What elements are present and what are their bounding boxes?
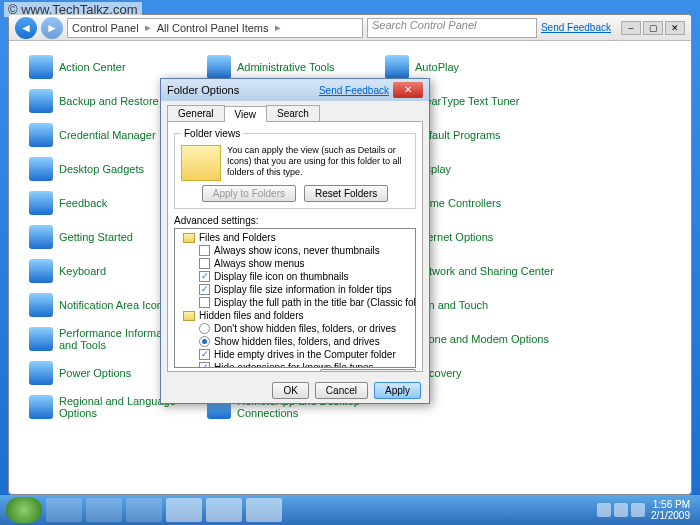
tree-item-label: Always show icons, never thumbnails (214, 245, 380, 256)
tab-bar: GeneralViewSearch (161, 101, 429, 121)
restore-defaults-button[interactable]: Restore Defaults (320, 369, 416, 372)
checkbox[interactable]: ✓ (199, 284, 210, 295)
cp-item-icon (207, 55, 231, 79)
checkbox[interactable]: ✓ (199, 271, 210, 282)
cp-item-icon (29, 327, 53, 351)
cp-item-icon (29, 259, 53, 283)
toolbar: ◄ ► Control Panel ▸ All Control Panel It… (9, 15, 691, 41)
cp-item-label: ClearType Text Tuner (415, 95, 519, 107)
clock-time: 1:56 PM (651, 499, 690, 510)
cp-item-icon (385, 55, 409, 79)
cp-item-label: AutoPlay (415, 61, 459, 73)
tree-item[interactable]: Always show icons, never thumbnails (177, 244, 413, 257)
maximize-button[interactable]: ▢ (643, 21, 663, 35)
cp-item-label: Keyboard (59, 265, 106, 277)
taskbar-item[interactable] (206, 498, 242, 522)
tree-item-label: Display the full path in the title bar (… (214, 297, 416, 308)
folder-icon (183, 233, 195, 243)
advanced-settings-tree[interactable]: Files and FoldersAlways show icons, neve… (174, 228, 416, 368)
dialog-footer: OK Cancel Apply (161, 378, 429, 403)
cancel-button[interactable]: Cancel (315, 382, 368, 399)
radio[interactable] (199, 336, 210, 347)
close-button[interactable]: ✕ (393, 82, 423, 98)
advanced-settings-label: Advanced settings: (174, 215, 416, 226)
breadcrumb-item[interactable]: Control Panel (72, 22, 139, 34)
group-legend: Folder views (181, 128, 243, 139)
apply-button[interactable]: Apply (374, 382, 421, 399)
cp-item-icon (29, 191, 53, 215)
taskbar-ie-icon[interactable] (46, 498, 82, 522)
tree-item-label: Show hidden files, folders, and drives (214, 336, 380, 347)
taskbar-item[interactable] (166, 498, 202, 522)
tree-item-label: Hide empty drives in the Computer folder (214, 349, 396, 360)
cp-item-label: Action Center (59, 61, 126, 73)
cp-item-label: Administrative Tools (237, 61, 335, 73)
tree-item[interactable]: Show hidden files, folders, and drives (177, 335, 413, 348)
tab-view[interactable]: View (224, 106, 268, 122)
tree-item-label: Hide extensions for known file types (214, 362, 374, 368)
checkbox[interactable] (199, 297, 210, 308)
tree-item-label: Don't show hidden files, folders, or dri… (214, 323, 396, 334)
cp-item-label: Phone and Modem Options (415, 333, 549, 345)
checkbox[interactable]: ✓ (199, 362, 210, 368)
taskbar-item[interactable] (246, 498, 282, 522)
tray-icon[interactable] (597, 503, 611, 517)
cp-item-icon (29, 293, 53, 317)
cp-item-label: Notification Area Icons (59, 299, 168, 311)
tree-item[interactable]: ✓Display file size information in folder… (177, 283, 413, 296)
checkbox[interactable]: ✓ (199, 349, 210, 360)
cp-item-label: Desktop Gadgets (59, 163, 144, 175)
cp-item-icon (29, 395, 53, 419)
ok-button[interactable]: OK (272, 382, 308, 399)
folder-icon (183, 311, 195, 321)
folder-options-dialog: Folder Options Send Feedback ✕ GeneralVi… (160, 78, 430, 404)
minimize-button[interactable]: – (621, 21, 641, 35)
send-feedback-link[interactable]: Send Feedback (319, 85, 389, 96)
cp-item-icon (29, 225, 53, 249)
tree-item[interactable]: Always show menus (177, 257, 413, 270)
checkbox[interactable] (199, 258, 210, 269)
tree-item[interactable]: Hidden files and folders (177, 309, 413, 322)
tree-item[interactable]: ✓Display file icon on thumbnails (177, 270, 413, 283)
close-button[interactable]: ✕ (665, 21, 685, 35)
tab-search[interactable]: Search (266, 105, 320, 121)
tree-item-label: Hidden files and folders (199, 310, 304, 321)
send-feedback-link[interactable]: Send Feedback (541, 22, 611, 33)
cp-item-label: Backup and Restore (59, 95, 159, 107)
tree-item[interactable]: Display the full path in the title bar (… (177, 296, 413, 309)
tree-item[interactable]: ✓Hide empty drives in the Computer folde… (177, 348, 413, 361)
reset-folders-button[interactable]: Reset Folders (304, 185, 388, 202)
tray-icon[interactable] (631, 503, 645, 517)
breadcrumb-item[interactable]: All Control Panel Items (157, 22, 269, 34)
folder-views-text: You can apply the view (such as Details … (227, 145, 409, 181)
tree-item[interactable]: Files and Folders (177, 231, 413, 244)
search-input[interactable]: Search Control Panel (367, 18, 537, 38)
back-button[interactable]: ◄ (15, 17, 37, 39)
taskbar-media-icon[interactable] (126, 498, 162, 522)
tree-item-label: Display file icon on thumbnails (214, 271, 349, 282)
tree-item[interactable]: ✓Hide extensions for known file types (177, 361, 413, 368)
chevron-right-icon: ▸ (145, 21, 151, 34)
chevron-right-icon: ▸ (275, 21, 281, 34)
cp-item-icon (29, 55, 53, 79)
cp-item-label: Credential Manager (59, 129, 156, 141)
tab-general[interactable]: General (167, 105, 225, 121)
start-button[interactable] (6, 497, 42, 523)
checkbox[interactable] (199, 245, 210, 256)
clock-date: 2/1/2009 (651, 510, 690, 521)
tree-item-label: Display file size information in folder … (214, 284, 392, 295)
radio[interactable] (199, 323, 210, 334)
cp-item-label: Network and Sharing Center (415, 265, 554, 277)
cp-item-icon (29, 157, 53, 181)
forward-button[interactable]: ► (41, 17, 63, 39)
tray-icon[interactable] (614, 503, 628, 517)
system-tray[interactable]: 1:56 PM 2/1/2009 (597, 499, 694, 521)
cp-item-label: Feedback (59, 197, 107, 209)
folder-icon (181, 145, 221, 181)
breadcrumb[interactable]: Control Panel ▸ All Control Panel Items … (67, 18, 363, 38)
taskbar[interactable]: 1:56 PM 2/1/2009 (0, 495, 700, 525)
tree-item[interactable]: Don't show hidden files, folders, or dri… (177, 322, 413, 335)
apply-to-folders-button[interactable]: Apply to Folders (202, 185, 296, 202)
taskbar-explorer-icon[interactable] (86, 498, 122, 522)
cp-item-icon (29, 361, 53, 385)
